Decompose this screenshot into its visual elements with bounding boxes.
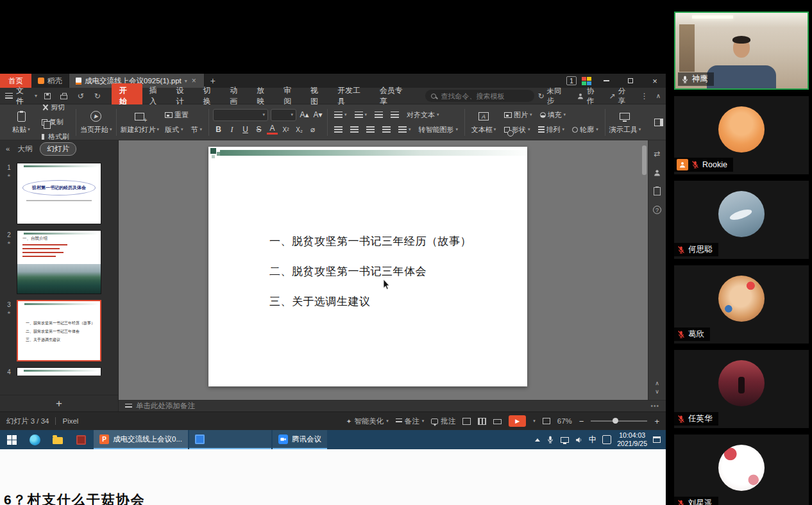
zoom-percent[interactable]: 67% bbox=[557, 417, 572, 425]
participant-tile-gexin[interactable]: 葛欣 bbox=[674, 265, 809, 344]
slides-tab[interactable]: 幻灯片 bbox=[40, 142, 76, 156]
tray-mic-icon[interactable] bbox=[546, 435, 555, 444]
reset-slide-button[interactable]: 重置 bbox=[162, 109, 191, 121]
collapse-panel-icon[interactable]: « bbox=[6, 145, 10, 153]
subscript-button[interactable]: X₂ bbox=[294, 124, 305, 136]
to-smart-graphic-button[interactable]: 转智能图形▾ bbox=[416, 124, 461, 136]
bullet-list-button[interactable]: ▾ bbox=[332, 109, 350, 121]
quick-save-button[interactable] bbox=[41, 90, 54, 102]
demo-tools-button[interactable]: 演示工具▾ bbox=[609, 107, 641, 138]
ime-mode-icon[interactable] bbox=[602, 435, 611, 444]
decrease-indent-button[interactable] bbox=[372, 109, 385, 121]
window-count-badge[interactable]: 1 bbox=[566, 76, 577, 85]
wps-skin-icon[interactable] bbox=[582, 77, 591, 85]
new-slide-button[interactable]: 新建幻灯片▾ bbox=[121, 107, 160, 138]
reading-view-button[interactable] bbox=[493, 419, 502, 424]
more-menu-icon[interactable]: ⋮ bbox=[641, 92, 648, 101]
italic-button[interactable]: I bbox=[226, 124, 237, 136]
zoom-out-button[interactable]: − bbox=[579, 417, 584, 426]
print-button[interactable] bbox=[58, 90, 71, 102]
next-slide-icon[interactable]: ∨ bbox=[655, 388, 659, 395]
file-menu[interactable]: 文件 ▾ bbox=[5, 85, 37, 107]
participant-tile-liuxingyao[interactable]: 刘星遥 bbox=[674, 435, 809, 505]
command-search-input[interactable] bbox=[440, 92, 529, 101]
strikethrough-button[interactable]: S bbox=[253, 124, 264, 136]
picture-button[interactable]: 图片▾ bbox=[502, 109, 535, 121]
add-slide-button[interactable]: + bbox=[0, 395, 118, 411]
paste-button[interactable]: 粘贴▾ bbox=[6, 107, 36, 138]
superscript-button[interactable]: X² bbox=[280, 124, 291, 136]
decrease-font-button[interactable]: A▾ bbox=[312, 109, 323, 121]
align-left-button[interactable] bbox=[332, 124, 345, 136]
zoom-in-button[interactable]: + bbox=[654, 417, 659, 426]
play-options-chevron-icon[interactable]: ▾ bbox=[533, 418, 536, 424]
fit-window-icon[interactable] bbox=[543, 418, 550, 424]
font-size-combo[interactable]: ▾ bbox=[271, 109, 296, 121]
participant-tile-hesicong[interactable]: 何思聪 bbox=[674, 181, 809, 259]
collapse-ribbon-icon[interactable]: ∧ bbox=[656, 92, 661, 99]
taskbar-task-meeting[interactable]: 腾讯会议 bbox=[273, 430, 327, 449]
ime-language-indicator[interactable]: 中 bbox=[589, 435, 597, 445]
numbered-list-button[interactable]: ▾ bbox=[352, 109, 370, 121]
sync-status-button[interactable]: ↻ 未同步 bbox=[538, 87, 569, 106]
slide-sorter-view-button[interactable] bbox=[478, 418, 486, 425]
file-explorer-button[interactable] bbox=[46, 430, 69, 449]
clipboard-pane-icon[interactable] bbox=[654, 187, 661, 195]
notes-toggle-button[interactable]: 备注▾ bbox=[396, 417, 425, 426]
outline-tab[interactable]: 大纲 bbox=[17, 144, 32, 154]
taskbar-task-2[interactable] bbox=[189, 430, 271, 449]
slide-thumbnail-3-selected[interactable]: 一、脱贫攻坚第一书记三年经历（故事） 二、脱贫攻坚第一书记三年体会 三、关于选调… bbox=[17, 300, 101, 361]
fit-page-icon[interactable]: ⇄ bbox=[654, 149, 660, 158]
collaborate-button[interactable]: 协作 bbox=[577, 87, 602, 106]
font-color-button[interactable]: A bbox=[267, 124, 278, 135]
section-button[interactable]: 节▾ bbox=[189, 124, 205, 136]
justify-button[interactable] bbox=[380, 124, 393, 136]
shape-outline-button[interactable]: 轮廓▾ bbox=[570, 124, 601, 136]
layout-button[interactable]: 版式▾ bbox=[162, 124, 186, 136]
current-slide-canvas[interactable]: 一、脱贫攻坚第一书记三年经历（故事） 二、脱贫攻坚第一书记三年体会 三、关于选调… bbox=[208, 147, 527, 386]
play-from-current-button[interactable]: ▶ 当页开始▾ bbox=[80, 107, 112, 138]
notes-bar[interactable]: 单击此处添加备注 ••• bbox=[119, 400, 666, 411]
increase-indent-button[interactable] bbox=[388, 109, 402, 121]
arrange-button[interactable]: 排列▾ bbox=[536, 124, 568, 136]
undo-button[interactable]: ↺ bbox=[74, 90, 87, 102]
copy-button[interactable]: 复制 bbox=[39, 116, 66, 128]
tray-volume-icon[interactable] bbox=[575, 436, 583, 444]
comments-button[interactable]: 批注 bbox=[431, 417, 455, 426]
slideshow-play-button[interactable]: ▶ bbox=[509, 415, 526, 427]
participant-tile-renyinghua[interactable]: 任英华 bbox=[674, 350, 809, 428]
notes-more-icon[interactable]: ••• bbox=[650, 402, 659, 410]
slide-body-text[interactable]: 一、脱贫攻坚第一书记三年经历（故事） 二、脱贫攻坚第一书记三年体会 三、关于选调… bbox=[269, 234, 471, 324]
shapes-button[interactable]: 形状▾ bbox=[502, 124, 533, 136]
vertical-scrollbar[interactable] bbox=[642, 145, 647, 397]
taskbar-task-wps[interactable]: P 成电交流线上会议0... bbox=[94, 430, 188, 449]
beautify-button[interactable]: ✦ 智能美化▾ bbox=[346, 417, 389, 426]
slide-thumbnail-4[interactable] bbox=[17, 367, 101, 376]
cut-button[interactable]: 剪切 bbox=[39, 104, 67, 113]
format-painter-button[interactable]: 格式刷 bbox=[39, 131, 72, 140]
pinned-app-button[interactable] bbox=[69, 430, 92, 449]
normal-view-button[interactable] bbox=[462, 418, 471, 425]
text-box-button[interactable]: A 文本框▾ bbox=[469, 107, 498, 138]
slide-thumbnail-1[interactable]: 驻村第一书记的经历及体会 bbox=[17, 163, 101, 224]
theme-name[interactable]: Pixel bbox=[62, 417, 78, 425]
zoom-slider-thumb[interactable] bbox=[613, 418, 618, 424]
task-pane-button[interactable] bbox=[644, 107, 666, 138]
command-search[interactable] bbox=[425, 90, 534, 102]
increase-font-button[interactable]: A▴ bbox=[299, 109, 310, 121]
slide-editing-area[interactable]: 一、脱贫攻坚第一书记三年经历（故事） 二、脱贫攻坚第一书记三年体会 三、关于选调… bbox=[119, 140, 648, 400]
edge-browser-button[interactable] bbox=[23, 430, 46, 449]
font-family-combo[interactable]: ▾ bbox=[213, 109, 268, 121]
previous-slide-icon[interactable]: ∧ bbox=[655, 380, 659, 386]
notification-center-icon[interactable] bbox=[653, 436, 661, 443]
clear-format-button[interactable]: ⌀ bbox=[307, 124, 318, 136]
slide-thumbnail-2[interactable]: 一、自我介绍 bbox=[17, 230, 101, 294]
line-spacing-button[interactable]: ▾ bbox=[396, 124, 414, 136]
align-right-button[interactable] bbox=[364, 124, 377, 136]
tray-display-icon[interactable] bbox=[561, 437, 569, 443]
align-center-button[interactable] bbox=[348, 124, 361, 136]
tray-clock[interactable]: 10:04:03 2021/9/25 bbox=[617, 431, 647, 448]
help-icon[interactable]: ? bbox=[653, 206, 661, 214]
bold-button[interactable]: B bbox=[213, 124, 224, 136]
scrollbar-thumb[interactable] bbox=[642, 145, 647, 175]
